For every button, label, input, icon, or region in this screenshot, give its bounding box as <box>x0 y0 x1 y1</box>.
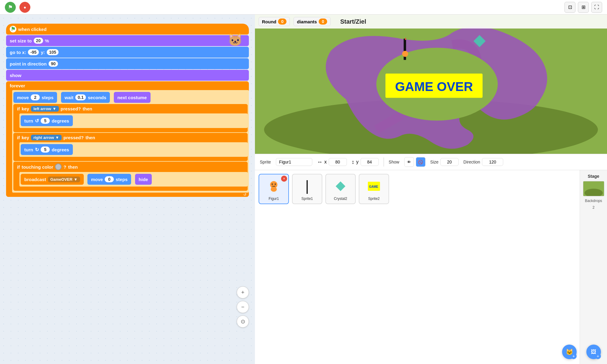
game-canvas: GAME OVER <box>255 15 607 154</box>
when-flag-clicked-block[interactable]: ⚑ when clicked <box>6 24 249 35</box>
show-visible-button[interactable]: 👁 <box>404 157 414 167</box>
pressed2-label: pressed? <box>63 135 84 140</box>
goto-block[interactable]: go to x: -95 y: 105 <box>6 47 249 58</box>
turn-ccw-deg-value[interactable]: 5 <box>41 118 50 124</box>
then3-label: then <box>68 164 78 170</box>
zoom-reset-button[interactable]: ⊙ <box>237 315 249 328</box>
if3-label: if <box>17 164 20 170</box>
show-hidden-button[interactable]: 🚫 <box>416 157 426 167</box>
main-layout: ⚑ when clicked set size to 20 % go to x:… <box>0 15 607 364</box>
stage-thumbnail[interactable] <box>583 181 604 196</box>
backdrops-count: 2 <box>592 205 595 210</box>
code-panel: ⚑ when clicked set size to 20 % go to x:… <box>0 15 255 364</box>
key1-label: key <box>22 106 29 111</box>
sprite-name-input[interactable] <box>276 158 312 166</box>
direction-label: Direction <box>463 160 480 164</box>
add-backdrop-button[interactable]: 🖼 + <box>586 345 601 359</box>
layout-icon-1[interactable]: ⊡ <box>565 2 575 13</box>
show-block[interactable]: show <box>6 70 249 81</box>
wait-label: wait <box>65 95 73 100</box>
svg-point-11 <box>272 184 273 185</box>
diamants-label: diamants <box>297 19 317 24</box>
sprite-thumb-crystal2[interactable]: Crystal2 <box>325 174 356 204</box>
pressed1-label: pressed? <box>61 106 81 111</box>
move-block[interactable]: move 2 steps <box>13 92 57 103</box>
add-sprite-button[interactable]: 🐱 + <box>562 345 577 359</box>
move2-value[interactable]: 0 <box>105 176 114 182</box>
show-label: Show <box>389 160 399 164</box>
sprite-name-sprite2: Sprite2 <box>368 197 380 201</box>
broadcast-block[interactable]: broadcast GameOVER ▼ <box>21 174 84 185</box>
next-costume-block[interactable]: next costume <box>114 92 151 103</box>
diamants-badge: diamants 0 <box>293 17 331 26</box>
point-direction-block[interactable]: point in direction 90 <box>6 58 249 69</box>
set-size-block[interactable]: set size to 20 % <box>6 35 249 46</box>
svg-rect-4 <box>405 38 406 40</box>
y-arrows-icon: ↕ <box>352 159 354 165</box>
forever-block[interactable]: forever move 2 steps wait 0.1 seconds <box>6 81 249 197</box>
wait-seconds-label: seconds <box>88 95 106 100</box>
zoom-in-button[interactable]: + <box>237 286 249 298</box>
x-label: x <box>324 159 327 165</box>
svg-point-8 <box>402 51 408 57</box>
goto-y-value[interactable]: 105 <box>47 49 59 55</box>
move2-label: move <box>91 177 103 182</box>
point-value[interactable]: 90 <box>49 61 58 67</box>
round-label: Round <box>262 19 276 24</box>
stop-button[interactable]: ● <box>19 2 30 13</box>
y-value-input[interactable] <box>361 158 379 166</box>
sprite-thumb-sprite1[interactable]: Sprite1 <box>292 174 322 204</box>
next-costume-label: next costume <box>117 95 147 100</box>
forever-header: forever <box>6 81 249 90</box>
sprites-list: × Figur1Sprite1Crystal2GAMESprite2 <box>255 170 580 364</box>
forever-label: forever <box>10 83 25 88</box>
goto-y-label: y: <box>41 50 45 55</box>
direction-value-input[interactable] <box>482 158 503 166</box>
left-arrow-dropdown[interactable]: left arrow ▼ <box>31 106 59 112</box>
zoom-out-button[interactable]: − <box>237 301 249 313</box>
if-touching-color-block[interactable]: if touching color ? then broadcast G <box>13 162 248 191</box>
turn-cw-block[interactable]: turn ↻ 5 degrees <box>21 144 73 155</box>
color-swatch[interactable] <box>55 163 62 170</box>
if-left-arrow-block[interactable]: if key left arrow ▼ pressed? then <box>13 104 248 132</box>
wait-block[interactable]: wait 0.1 seconds <box>61 92 110 103</box>
svg-point-10 <box>271 187 277 192</box>
if-right-arrow-block[interactable]: if key right arrow ▼ pressed? then <box>13 133 248 161</box>
hide-block[interactable]: hide <box>135 174 152 185</box>
goto-x-value[interactable]: -95 <box>28 49 39 55</box>
layout-icon-2[interactable]: ⊞ <box>578 2 589 13</box>
flag-icon: ⚑ <box>8 4 13 11</box>
turn-cw-deg-value[interactable]: 5 <box>41 147 50 153</box>
broadcast-label: broadcast <box>24 177 46 182</box>
direction-group: Direction <box>463 158 503 166</box>
x-coord-group: ↔ x <box>317 158 347 166</box>
sprite-image-figur1 <box>265 177 283 195</box>
delete-sprite-figur1[interactable]: × <box>281 176 287 182</box>
turn-ccw-block[interactable]: turn ↺ 5 degrees <box>21 115 73 126</box>
sprite-image-sprite2: GAME <box>365 177 383 195</box>
flag-button[interactable]: ⚑ <box>5 2 16 13</box>
size-value-input[interactable] <box>440 158 459 166</box>
y-label: y <box>356 159 359 165</box>
fullscreen-icon[interactable]: ⛶ <box>591 2 602 13</box>
sprite-thumb-sprite2[interactable]: GAMESprite2 <box>359 174 389 204</box>
question-label: ? <box>63 164 66 170</box>
right-arrow-dropdown[interactable]: right arrow ▼ <box>31 135 62 140</box>
x-value-input[interactable] <box>329 158 347 166</box>
size-value-input[interactable]: 20 <box>34 38 43 44</box>
if2-label: if <box>17 135 20 140</box>
move-value[interactable]: 2 <box>31 94 40 100</box>
flag-icon-block: ⚑ <box>10 26 16 32</box>
move-0-block[interactable]: move 0 steps <box>87 174 131 185</box>
broadcast-dropdown[interactable]: GameOVER ▼ <box>48 177 80 182</box>
then1-label: then <box>83 106 92 111</box>
sprite-name-crystal2: Crystal2 <box>334 197 347 201</box>
turn-cw-degrees-label: degrees <box>52 147 69 152</box>
sprite-image-sprite1 <box>298 177 316 195</box>
turn-cw-label: turn <box>24 147 33 152</box>
wait-value[interactable]: 0.1 <box>75 94 86 100</box>
broadcast-value-label: GameOVER <box>50 177 73 182</box>
sprite-thumb-figur1[interactable]: × Figur1 <box>259 174 289 204</box>
right-panel: Round 0 diamants 0 Start/Ziel <box>255 15 607 364</box>
sprite-name-sprite1: Sprite1 <box>301 197 313 201</box>
